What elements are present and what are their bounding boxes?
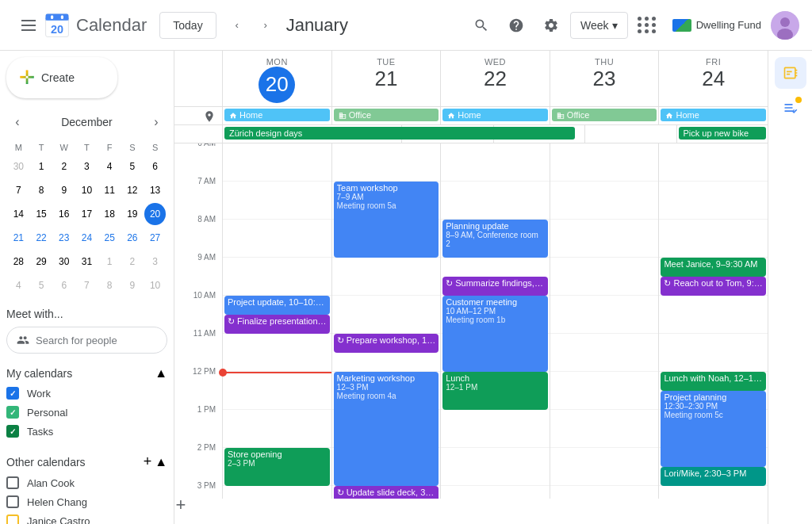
cal-item-tasks[interactable]: ✓ Tasks xyxy=(6,422,167,441)
other-calendars-header[interactable]: Other calendars + ▲ xyxy=(6,450,167,473)
mini-cal-day[interactable]: 1 xyxy=(31,155,52,178)
mini-cal-day[interactable]: 13 xyxy=(144,179,166,201)
cal-item-alan[interactable]: Alan Cook xyxy=(6,473,167,492)
event-marketing-workshop[interactable]: Marketing workshop 12–3 PM Meeting room … xyxy=(334,372,439,486)
mini-cal-day[interactable]: 7 xyxy=(8,179,29,201)
pickup-bike-event[interactable]: Pick up new bike xyxy=(679,127,767,140)
mini-cal-day[interactable]: 30 xyxy=(8,155,29,178)
event-lunch-noah[interactable]: Lunch with Noah, 12–12:30 xyxy=(661,372,766,391)
mini-cal-day[interactable]: 17 xyxy=(76,203,98,225)
mini-cal-day[interactable]: 8 xyxy=(31,179,52,201)
menu-button[interactable] xyxy=(13,10,44,41)
mini-cal-day[interactable]: 5 xyxy=(31,274,52,296)
location-event-tue[interactable]: Office xyxy=(334,109,439,121)
mini-cal-day[interactable]: 9 xyxy=(122,274,144,296)
mini-cal-day[interactable]: 6 xyxy=(144,155,166,178)
cal-item-personal[interactable]: ✓ Personal xyxy=(6,403,167,422)
mini-cal-day[interactable]: 2 xyxy=(53,155,75,178)
right-icon-tasks[interactable] xyxy=(775,57,806,89)
mini-cal-day[interactable]: 6 xyxy=(53,274,75,296)
location-thu: Office xyxy=(550,107,659,124)
mini-cal-day[interactable]: 26 xyxy=(122,227,144,249)
settings-button[interactable] xyxy=(535,10,567,41)
today-button[interactable]: Today xyxy=(159,12,216,39)
mini-cal-day[interactable]: 4 xyxy=(99,155,121,178)
settings-icon xyxy=(543,17,559,33)
apps-button[interactable] xyxy=(631,10,663,41)
add-other-calendar-icon[interactable]: + xyxy=(144,453,152,470)
mini-cal-day[interactable]: 3 xyxy=(144,251,166,273)
mini-cal-day[interactable]: 16 xyxy=(53,203,75,225)
mini-cal-day[interactable]: 30 xyxy=(53,251,75,273)
mini-cal-day[interactable]: 5 xyxy=(122,155,144,178)
cal-item-work[interactable]: ✓ Work xyxy=(6,384,167,403)
event-lunch-wed[interactable]: Lunch 12–1 PM xyxy=(442,372,548,410)
mini-cal-day[interactable]: 19 xyxy=(122,203,144,225)
mini-cal-day[interactable]: 31 xyxy=(76,251,98,273)
event-update-slide-deck[interactable]: ↻ Update slide deck, 3 PM xyxy=(334,486,439,499)
zurich-event[interactable]: Zürich design days xyxy=(224,127,575,140)
mini-cal-day[interactable]: 28 xyxy=(8,251,29,273)
right-icon-notes[interactable] xyxy=(775,92,806,124)
mini-cal-day[interactable]: 23 xyxy=(53,227,75,249)
event-prepare-workshop[interactable]: ↻ Prepare workshop, 11 AM xyxy=(334,334,439,353)
day-col-thu: THU 23 xyxy=(550,51,659,106)
hamburger-icon xyxy=(21,20,36,31)
location-event-mon[interactable]: Home xyxy=(224,109,330,121)
event-project-update[interactable]: Project update, 10–10:30 A xyxy=(224,296,330,315)
my-calendars-header[interactable]: My calendars ▲ xyxy=(6,363,167,384)
search-people[interactable]: Search for people xyxy=(6,327,167,354)
create-button[interactable]: ✛ Create xyxy=(6,57,117,98)
event-meet-janice[interactable]: Meet Janice, 9–9:30 AM xyxy=(661,258,766,277)
mini-cal-day[interactable]: 18 xyxy=(99,203,121,225)
mini-cal-day[interactable]: 10 xyxy=(76,179,98,201)
mini-cal-prev[interactable]: ‹ xyxy=(6,111,29,133)
user-avatar[interactable] xyxy=(771,11,799,40)
org-logo: Dwelling Fund xyxy=(672,19,761,32)
event-team-workshop[interactable]: Team workshop 7–9 AM Meeting room 5a xyxy=(334,182,439,258)
mini-cal-day[interactable]: 20 xyxy=(144,203,166,225)
mini-cal-day[interactable]: 2 xyxy=(122,251,144,273)
event-finalize-presentation[interactable]: ↻ Finalize presentation, 10 xyxy=(224,315,330,334)
mini-cal-day[interactable]: 27 xyxy=(144,227,166,249)
mini-cal-day[interactable]: 25 xyxy=(99,227,121,249)
mini-cal-day[interactable]: 3 xyxy=(76,155,98,178)
janice-checkbox xyxy=(6,514,19,524)
next-button[interactable]: › xyxy=(251,11,280,40)
mini-cal-header: ‹ December › xyxy=(6,108,167,136)
event-store-opening[interactable]: Store opening 2–3 PM xyxy=(224,448,330,486)
mini-cal-next[interactable]: › xyxy=(145,111,167,133)
mini-cal-day[interactable]: 29 xyxy=(31,251,52,273)
location-event-thu[interactable]: Office xyxy=(552,109,657,121)
event-summarize-findings[interactable]: ↻ Summarize findings, 9:30 xyxy=(442,277,548,296)
event-reach-out-tom[interactable]: ↻ Reach out to Tom, 9:30 A xyxy=(661,277,766,296)
search-button[interactable] xyxy=(465,10,497,41)
mini-cal-day[interactable]: 12 xyxy=(122,179,144,201)
event-lori-mike[interactable]: Lori/Mike, 2:30–3 PM xyxy=(661,467,766,486)
work-label: Work xyxy=(27,388,51,400)
svg-rect-3 xyxy=(46,17,69,20)
prev-button[interactable]: ‹ xyxy=(223,11,251,40)
mini-cal-day[interactable]: 11 xyxy=(99,179,121,201)
location-event-wed[interactable]: Home xyxy=(442,109,548,121)
mini-cal-day[interactable]: 4 xyxy=(8,274,29,296)
mini-cal-day[interactable]: 1 xyxy=(99,251,121,273)
mini-cal-day[interactable]: 21 xyxy=(8,227,29,249)
view-selector[interactable]: Week ▾ xyxy=(570,12,628,39)
cal-item-helen[interactable]: Helen Chang xyxy=(6,492,167,511)
mini-cal-day[interactable]: 15 xyxy=(31,203,52,225)
event-customer-meeting[interactable]: Customer meeting 10 AM–12 PM Meeting roo… xyxy=(442,296,548,372)
mini-cal-day[interactable]: 24 xyxy=(76,227,98,249)
mini-cal-day[interactable]: 8 xyxy=(99,274,121,296)
mini-cal-day[interactable]: 9 xyxy=(53,179,75,201)
mini-cal-day[interactable]: 7 xyxy=(76,274,98,296)
mini-cal-day[interactable]: 14 xyxy=(8,203,29,225)
event-project-planning[interactable]: Project planning 12:30–2:30 PM Meeting r… xyxy=(661,391,766,467)
mini-cal-day[interactable]: 22 xyxy=(31,227,52,249)
event-planning-update[interactable]: Planning update 8–9 AM, Conference room … xyxy=(442,220,548,258)
help-button[interactable] xyxy=(500,10,532,41)
location-event-fri[interactable]: Home xyxy=(661,109,766,121)
cal-item-janice[interactable]: Janice Castro xyxy=(6,511,167,524)
day-column-wed: Planning update 8–9 AM, Conference room … xyxy=(440,143,550,499)
mini-cal-day[interactable]: 10 xyxy=(144,274,166,296)
